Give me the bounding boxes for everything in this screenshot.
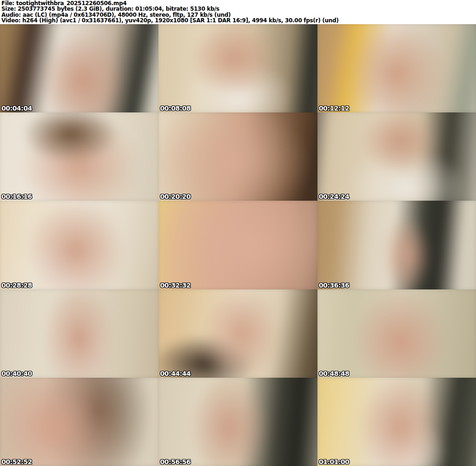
thumbnail-grid: 00:04:04 00:08:08 00:12:12 00:16:16 00:2… [0,24,476,466]
timestamp-overlay: 00:04:04 [1,105,32,112]
thumbnail-placeholder [159,112,317,201]
video-thumbnail: 00:20:20 [159,112,317,201]
video-thumbnail: 00:44:44 [159,289,317,378]
timestamp-overlay: 00:56:56 [160,458,191,466]
timestamp-overlay: 00:20:20 [160,193,191,200]
timestamp-overlay: 00:40:40 [1,370,32,377]
video-thumbnail: 00:48:48 [317,289,476,378]
video-thumbnail: 00:52:52 [0,378,159,466]
timestamp-overlay: 00:08:08 [160,105,191,112]
video-thumbnail: 00:56:56 [159,378,317,466]
timestamp-overlay: 00:36:36 [319,282,350,289]
thumbnail-placeholder [317,289,476,378]
timestamp-overlay: 00:12:12 [319,105,350,112]
thumbnail-placeholder [317,112,476,201]
video-thumbnail: 00:16:16 [0,112,159,201]
timestamp-overlay: 00:28:28 [1,282,32,289]
thumbnail-placeholder [0,201,159,289]
thumbnail-placeholder [0,289,159,378]
thumbnail-placeholder [159,378,317,466]
timestamp-overlay: 00:16:16 [1,193,32,200]
thumbnail-placeholder [159,289,317,378]
video-thumbnail: 00:04:04 [0,24,159,112]
thumbnail-placeholder [317,201,476,289]
metadata-line-video: Video: h264 (High) (avc1 / 0x31637661), … [1,18,476,23]
video-thumbnail: 00:36:36 [317,201,476,289]
video-contact-sheet: File: tootightwithbra_202512260506.mp4 S… [0,0,476,466]
thumbnail-placeholder [0,378,159,466]
video-thumbnail: 00:32:32 [159,201,317,289]
timestamp-overlay: 00:48:48 [319,370,350,377]
thumbnail-placeholder [317,378,476,466]
video-thumbnail: 00:40:40 [0,289,159,378]
timestamp-overlay: 01:01:00 [319,458,350,466]
timestamp-overlay: 00:32:32 [160,282,191,289]
thumbnail-placeholder [0,112,159,201]
video-thumbnail: 00:28:28 [0,201,159,289]
thumbnail-placeholder [159,24,317,112]
video-thumbnail: 00:08:08 [159,24,317,112]
video-thumbnail: 01:01:00 [317,378,476,466]
thumbnail-placeholder [159,201,317,289]
metadata-header: File: tootightwithbra_202512260506.mp4 S… [0,0,476,24]
timestamp-overlay: 00:52:52 [1,458,32,466]
thumbnail-placeholder [0,24,159,112]
metadata-line-size: Size: 2503773745 bytes (2.3 GiB), durati… [1,6,476,12]
video-thumbnail: 00:12:12 [317,24,476,112]
timestamp-overlay: 00:44:44 [160,370,191,377]
timestamp-overlay: 00:24:24 [319,193,350,200]
thumbnail-placeholder [317,24,476,112]
video-thumbnail: 00:24:24 [317,112,476,201]
